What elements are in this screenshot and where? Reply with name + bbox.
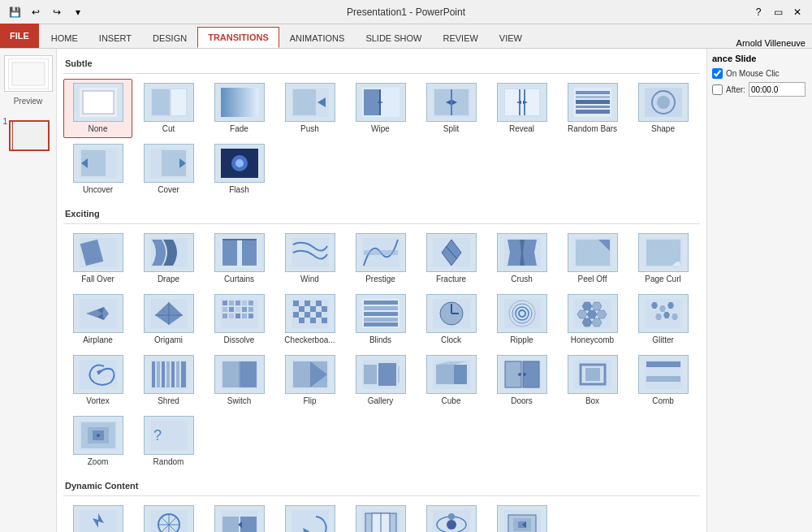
transition-origami[interactable]: Origami (134, 290, 203, 349)
transition-split[interactable]: Split (417, 79, 486, 138)
subtle-grid: None Cut (63, 79, 700, 199)
svg-rect-11 (293, 89, 316, 115)
transition-reveal-icon (497, 83, 547, 122)
after-value-input[interactable] (749, 82, 806, 97)
transition-rotate[interactable]: Rotate (275, 501, 344, 532)
transition-orbit-icon (426, 505, 477, 532)
transition-uncover[interactable]: Uncover (63, 140, 132, 199)
transition-glitter[interactable]: Glitter (628, 290, 698, 349)
tab-transitions[interactable]: TRANSITIONS (197, 27, 279, 48)
transition-crush[interactable]: Crush (487, 229, 556, 288)
transition-push[interactable]: Push (275, 79, 344, 138)
transition-honeycomb[interactable]: Honeycomb (558, 290, 627, 349)
cut-svg (150, 88, 188, 117)
tab-insert[interactable]: INSERT (89, 27, 142, 48)
tab-review[interactable]: REVIEW (432, 27, 488, 48)
transition-wipe[interactable]: Wipe (346, 79, 415, 138)
transition-checkerboard[interactable]: Checkerboa... (275, 290, 344, 349)
transition-curtains[interactable]: Curtains (205, 229, 274, 288)
transition-none[interactable]: None (63, 79, 132, 138)
transition-random[interactable]: ? Random (134, 412, 203, 471)
help-icon[interactable]: ? (750, 4, 767, 20)
svg-point-166 (518, 373, 521, 376)
transition-ferris-wheel[interactable]: Ferris Wheel (134, 501, 203, 532)
transition-cut[interactable]: Cut (134, 79, 203, 138)
switch-svg (221, 360, 258, 389)
box-svg (574, 360, 611, 389)
tab-animations[interactable]: ANIMATIONS (279, 27, 356, 48)
transition-clock-label: Clock (441, 335, 461, 345)
transition-window[interactable]: Window (346, 501, 415, 532)
restore-icon[interactable]: ▭ (770, 4, 786, 20)
svg-rect-109 (364, 301, 398, 305)
transition-wind[interactable]: Wind (275, 229, 344, 288)
tab-file[interactable]: FILE (0, 24, 39, 48)
transition-doors[interactable]: Doors (487, 351, 556, 410)
transition-comb[interactable]: Comb (628, 351, 698, 410)
transition-flip[interactable]: Flip (275, 351, 344, 410)
transition-fade[interactable]: Fade (205, 79, 274, 138)
save-icon[interactable]: 💾 (6, 4, 23, 20)
transition-ripple[interactable]: Ripple (487, 290, 556, 349)
transition-page-curl[interactable]: Page Curl (628, 229, 698, 288)
transition-vortex[interactable]: Vortex (63, 351, 132, 410)
on-mouse-click-checkbox[interactable] (712, 68, 723, 79)
close-icon[interactable]: ✕ (789, 4, 806, 20)
transition-drape-label: Drape (158, 275, 179, 284)
tab-slideshow[interactable]: SLIDE SHOW (355, 27, 432, 48)
after-checkbox[interactable] (712, 84, 723, 95)
transition-fracture[interactable]: Fracture (417, 229, 486, 288)
transition-blinds[interactable]: Blinds (346, 290, 415, 349)
customize-icon[interactable]: ▾ (70, 4, 86, 20)
cube-svg (433, 360, 470, 389)
redo-icon[interactable]: ↪ (49, 4, 65, 20)
svg-rect-34 (576, 110, 610, 114)
transition-cut-icon (144, 83, 194, 122)
svg-rect-70 (646, 240, 680, 266)
transition-random-bars[interactable]: Random Bars (558, 79, 627, 138)
transition-clock-icon (426, 294, 477, 333)
transition-gallery[interactable]: Gallery (346, 351, 415, 410)
svg-rect-161 (454, 365, 467, 384)
tab-design[interactable]: DESIGN (142, 27, 197, 48)
svg-rect-170 (585, 368, 600, 381)
transition-shape[interactable]: Shape (628, 79, 698, 138)
right-panel-title: ance Slide (712, 54, 807, 63)
wind-svg (292, 238, 329, 267)
slide-thumbnail[interactable] (9, 120, 50, 151)
random-svg: ? (150, 421, 188, 450)
svg-rect-145 (171, 361, 175, 387)
tab-home[interactable]: HOME (41, 27, 89, 48)
svg-rect-141 (152, 361, 155, 387)
transition-airplane[interactable]: Airplane (63, 290, 132, 349)
transition-pan[interactable]: Pan (63, 501, 132, 532)
transition-fly-through[interactable]: Fly Through (487, 501, 556, 532)
transition-dissolve[interactable]: Dissolve (205, 290, 274, 349)
transition-orbit[interactable]: Orbit (417, 501, 486, 532)
transition-zoom[interactable]: Zoom (63, 412, 132, 471)
svg-rect-92 (235, 314, 240, 318)
transition-box[interactable]: Box (558, 351, 627, 410)
transition-prestige[interactable]: Prestige (346, 229, 415, 288)
transition-cube-label: Cube (442, 396, 461, 406)
svg-rect-147 (181, 361, 186, 387)
transition-peel-off[interactable]: Peel Off (558, 229, 627, 288)
undo-icon[interactable]: ↩ (28, 4, 44, 20)
transition-reveal[interactable]: Reveal (487, 79, 556, 138)
transition-cover[interactable]: Cover (134, 140, 203, 199)
transition-conveyor[interactable]: Conveyor (205, 501, 274, 532)
transition-cube[interactable]: Cube (417, 351, 486, 410)
preview-slide-icon (8, 58, 49, 89)
transition-switch[interactable]: Switch (205, 351, 274, 410)
transition-shred[interactable]: Shred (134, 351, 203, 410)
vortex-svg (80, 360, 117, 389)
transition-fall-over[interactable]: Fall Over (63, 229, 132, 288)
svg-rect-33 (576, 106, 610, 108)
svg-rect-102 (293, 312, 299, 318)
clock-svg (433, 299, 470, 328)
wipe-svg (362, 88, 400, 117)
transition-flash[interactable]: Flash (205, 140, 274, 199)
tab-view[interactable]: VIEW (489, 27, 533, 48)
transition-clock[interactable]: Clock (417, 290, 486, 349)
transition-drape[interactable]: Drape (134, 229, 203, 288)
